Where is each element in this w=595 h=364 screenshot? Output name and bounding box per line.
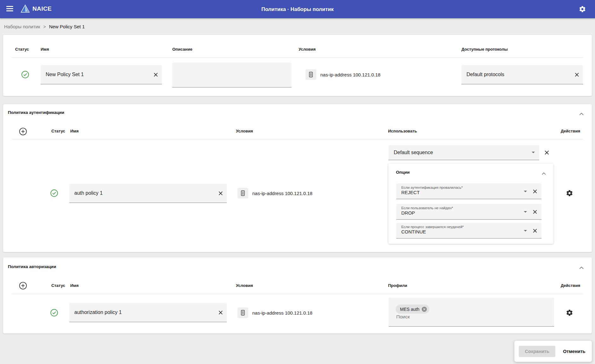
clear-authz-name-icon[interactable]	[216, 308, 225, 317]
options-title: Опции	[396, 170, 410, 175]
auth-rule-name-field[interactable]	[69, 184, 227, 203]
options-panel: Опции Если аутентификация провалилась* R…	[388, 164, 553, 244]
condition-list-icon[interactable]	[306, 69, 316, 80]
condition-text: nas-ip-address 100.121.0.18	[252, 191, 312, 196]
authz-rule-actions-gear-icon[interactable]	[566, 309, 573, 316]
settings-gear-icon[interactable]	[579, 5, 586, 13]
authentication-policy-card: Политика аутентификации Статус Имя Услов…	[3, 104, 592, 252]
caret-down-icon	[524, 230, 527, 232]
column-status: Статус	[51, 283, 65, 288]
authz-rule-name-input[interactable]	[69, 310, 216, 315]
policy-set-name-field[interactable]	[41, 65, 162, 84]
collapse-options-icon[interactable]	[542, 171, 546, 176]
column-name: Имя	[70, 129, 79, 133]
collapse-auth-icon[interactable]	[579, 111, 584, 117]
breadcrumb-current: New Policy Set 1	[49, 24, 85, 29]
option-label: Если аутентификация провалилась*	[401, 186, 541, 189]
column-status: Статус	[51, 129, 65, 133]
column-profiles: Профили	[388, 283, 407, 288]
auth-rule-condition: nas-ip-address 100.121.0.18	[237, 188, 312, 199]
authz-rule-name-field[interactable]	[69, 303, 227, 322]
column-actions: Действия	[561, 129, 580, 133]
protocols-field[interactable]: Default protocols	[461, 65, 583, 84]
add-authz-rule-icon[interactable]	[19, 282, 27, 290]
option-value: CONTINUE	[401, 229, 541, 234]
menu-icon[interactable]	[6, 6, 13, 12]
column-conditions: Условия	[236, 129, 253, 133]
authz-policy-title: Политика авторизации	[8, 264, 56, 269]
condition-text: nas-ip-address 100.121.0.18	[252, 310, 312, 316]
policy-set-card: Статус Имя Описание Условия Доступные пр…	[3, 35, 592, 96]
column-actions: Действия	[561, 283, 580, 288]
column-status: Статус	[15, 47, 29, 52]
column-name: Имя	[70, 283, 79, 288]
condition-list-icon[interactable]	[237, 188, 248, 199]
authorization-policy-card: Политика авторизации Статус Имя Условия …	[3, 257, 592, 333]
option-label: Если пользователь не найден*	[401, 206, 541, 210]
cancel-button[interactable]: Отменить	[560, 346, 589, 357]
sequence-select[interactable]: Default sequence	[389, 145, 539, 160]
clear-sequence-icon[interactable]	[542, 148, 552, 157]
option-value: REJECT	[401, 190, 541, 195]
policy-set-condition: nas-ip-address 100.121.0.18	[306, 69, 380, 80]
add-auth-rule-icon[interactable]	[19, 127, 27, 136]
policy-set-description-input[interactable]	[172, 63, 291, 87]
clear-protocols-icon[interactable]	[572, 70, 581, 79]
caret-down-icon	[524, 191, 527, 192]
page-title: Политика · Наборы политик	[261, 6, 334, 12]
breadcrumb-parent[interactable]: Наборы политик	[4, 24, 40, 29]
option-label: Если процесс завершился неудачей*	[401, 225, 541, 229]
column-conditions: Условия	[236, 283, 253, 288]
caret-down-icon	[524, 211, 527, 213]
policy-set-name-input[interactable]	[41, 72, 151, 77]
status-ok-icon	[50, 189, 58, 197]
save-button[interactable]: Сохранить	[519, 346, 555, 357]
remove-chip-icon[interactable]	[421, 306, 427, 312]
clear-auth-name-icon[interactable]	[216, 188, 225, 198]
divider	[12, 139, 583, 139]
column-conditions: Условия	[299, 47, 316, 52]
column-use: Использовать	[388, 129, 417, 133]
sequence-value: Default sequence	[389, 150, 532, 155]
condition-text: nas-ip-address 100.121.0.18	[320, 72, 380, 77]
auth-rule-actions-gear-icon[interactable]	[566, 189, 573, 197]
column-protocols: Доступные протоколы	[461, 47, 508, 52]
profiles-search-input[interactable]	[396, 314, 491, 320]
clear-name-icon[interactable]	[151, 70, 160, 79]
option-process-failed-select[interactable]: Если процесс завершился неудачей* CONTIN…	[396, 223, 541, 238]
footer-actions: Сохранить Отменить	[514, 341, 592, 362]
auth-policy-title: Политика аутентификации	[8, 110, 64, 115]
app-header: NAICE Политика · Наборы политик	[0, 0, 595, 18]
clear-option-icon[interactable]	[530, 207, 540, 216]
authz-rule-condition: nas-ip-address 100.121.0.18	[237, 307, 312, 318]
divider	[12, 58, 583, 58]
clear-option-icon[interactable]	[530, 187, 540, 196]
column-description: Описание	[172, 47, 192, 52]
collapse-authz-icon[interactable]	[579, 265, 584, 271]
status-ok-icon	[21, 70, 29, 79]
option-user-not-found-select[interactable]: Если пользователь не найден* DROP	[396, 204, 541, 220]
condition-list-icon[interactable]	[237, 307, 248, 318]
column-name: Имя	[41, 47, 49, 52]
clear-option-icon[interactable]	[530, 226, 540, 235]
caret-down-icon	[532, 152, 535, 153]
app-name: NAICE	[32, 5, 52, 12]
profile-chip: MES auth	[396, 305, 429, 314]
profile-chip-label: MES auth	[400, 307, 419, 312]
protocols-value: Default protocols	[461, 72, 572, 77]
status-ok-icon	[50, 309, 58, 317]
option-auth-failed-select[interactable]: Если аутентификация провалилась* REJECT	[396, 183, 541, 199]
profiles-field[interactable]: MES auth	[389, 298, 554, 327]
divider	[12, 294, 583, 294]
breadcrumb: Наборы политик > New Policy Set 1	[4, 18, 85, 35]
app-logo-icon	[20, 4, 30, 14]
breadcrumb-separator: >	[43, 24, 46, 29]
auth-rule-name-input[interactable]	[69, 190, 216, 196]
option-value: DROP	[401, 210, 541, 216]
